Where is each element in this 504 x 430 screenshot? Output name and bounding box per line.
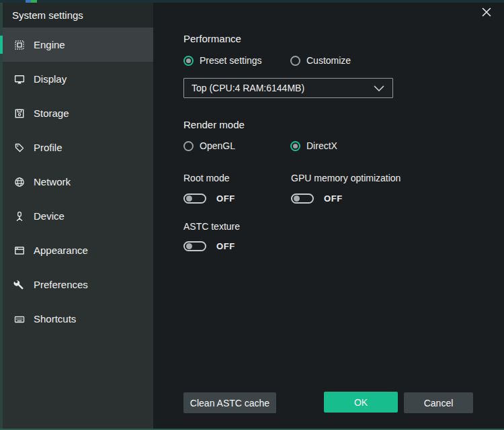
radio-unselected-icon <box>290 56 300 66</box>
sidebar-item-label: Display <box>34 73 67 85</box>
radio-selected-icon <box>290 141 300 151</box>
microphone-icon <box>13 210 26 222</box>
system-settings-dialog: System settings Engine Display Storage P… <box>0 0 504 430</box>
gpu-memory-optimization-toggle[interactable]: OFF <box>291 193 343 204</box>
toggle-knob <box>186 196 192 202</box>
gpu-memory-optimization-label: GPU memory optimization <box>291 173 401 183</box>
radio-customize[interactable]: Customize <box>290 55 351 66</box>
ok-button[interactable]: OK <box>324 392 398 413</box>
sidebar-item-label: Device <box>34 210 65 222</box>
radio-selected-icon <box>183 56 194 66</box>
sidebar-item-preferences[interactable]: Preferences <box>3 267 153 302</box>
radio-label: Preset settings <box>200 55 262 66</box>
dialog-title: System settings <box>3 3 153 28</box>
tag-icon <box>13 142 26 154</box>
radio-label: OpenGL <box>200 140 235 151</box>
radio-opengl[interactable]: OpenGL <box>183 140 235 151</box>
cancel-button[interactable]: Cancel <box>404 392 473 413</box>
radio-label: Customize <box>306 55 351 66</box>
sidebar-item-label: Network <box>34 176 71 187</box>
root-mode-toggle[interactable]: OFF <box>183 193 235 204</box>
clean-astc-cache-button[interactable]: Clean ASTC cache <box>183 392 276 413</box>
settings-sidebar: System settings Engine Display Storage P… <box>3 3 153 429</box>
sidebar-item-network[interactable]: Network <box>3 165 153 199</box>
sidebar-item-label: Preferences <box>34 279 88 290</box>
globe-icon <box>13 176 26 188</box>
sidebar-item-appearance[interactable]: Appearance <box>3 233 153 267</box>
sidebar-item-storage[interactable]: Storage <box>3 96 153 130</box>
radio-preset-settings[interactable]: Preset settings <box>183 55 262 66</box>
sidebar-item-label: Shortcuts <box>34 313 76 325</box>
radio-label: DirectX <box>306 140 337 151</box>
sidebar-item-label: Appearance <box>34 245 88 256</box>
render-mode-heading: Render mode <box>183 119 245 130</box>
floppy-disk-icon <box>13 108 26 120</box>
wrench-icon <box>13 279 26 291</box>
preset-dropdown-value: Top (CPU:4 RAM:6144MB) <box>192 83 374 93</box>
toggle-switch-icon[interactable] <box>183 241 206 251</box>
sidebar-item-device[interactable]: Device <box>3 199 153 233</box>
toggle-state-label: OFF <box>216 194 235 204</box>
radio-directx[interactable]: DirectX <box>290 140 337 151</box>
close-icon <box>482 7 491 19</box>
sidebar-item-engine[interactable]: Engine <box>3 28 153 62</box>
astc-texture-label: ASTC texture <box>183 221 240 232</box>
close-button[interactable] <box>478 5 495 22</box>
monitor-icon <box>13 73 26 85</box>
toggle-switch-icon[interactable] <box>291 194 314 204</box>
toggle-knob <box>186 243 192 249</box>
toggle-state-label: OFF <box>216 241 235 251</box>
sidebar-item-profile[interactable]: Profile <box>3 130 153 165</box>
sidebar-item-label: Profile <box>34 142 62 153</box>
sidebar-item-label: Engine <box>34 39 65 50</box>
sidebar-item-label: Storage <box>34 108 69 119</box>
toggle-switch-icon[interactable] <box>183 194 206 204</box>
keyboard-icon <box>13 313 26 325</box>
preset-dropdown[interactable]: Top (CPU:4 RAM:6144MB) <box>183 78 393 98</box>
chevron-down-icon <box>374 82 384 94</box>
radio-unselected-icon <box>183 141 194 151</box>
toggle-state-label: OFF <box>324 194 343 204</box>
toggle-knob <box>294 196 300 202</box>
window-icon <box>13 245 26 257</box>
performance-heading: Performance <box>183 33 241 44</box>
astc-texture-toggle[interactable]: OFF <box>183 241 235 251</box>
sidebar-item-display[interactable]: Display <box>3 62 153 96</box>
sidebar-item-shortcuts[interactable]: Shortcuts <box>3 302 153 336</box>
cpu-icon <box>13 39 26 51</box>
root-mode-label: Root mode <box>183 173 229 183</box>
